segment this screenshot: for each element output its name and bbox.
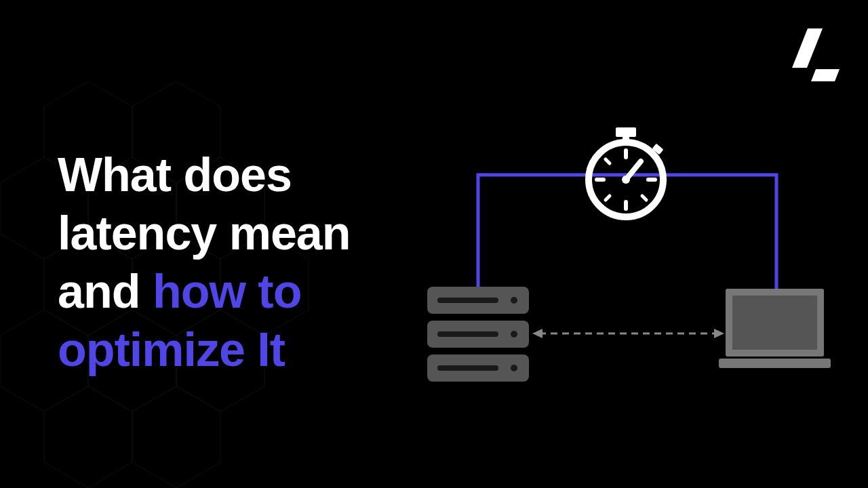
svg-rect-15 bbox=[616, 127, 636, 137]
laptop-icon bbox=[719, 289, 831, 368]
svg-marker-14 bbox=[811, 69, 840, 81]
svg-rect-35 bbox=[437, 365, 498, 371]
svg-point-36 bbox=[511, 365, 517, 371]
svg-marker-41 bbox=[532, 329, 542, 338]
svg-point-30 bbox=[511, 297, 517, 304]
title-line-1: What does bbox=[58, 148, 292, 201]
bidirectional-arrow-icon bbox=[532, 329, 724, 338]
connection-bracket bbox=[478, 175, 776, 291]
title-line-3-white: and bbox=[58, 265, 153, 318]
logo-icon bbox=[785, 28, 840, 81]
svg-point-33 bbox=[511, 331, 517, 338]
title-line-4-accent: optimize It bbox=[58, 323, 285, 376]
page-title: What does latency mean and how to optimi… bbox=[58, 146, 351, 379]
svg-rect-32 bbox=[437, 331, 498, 337]
title-line-2: latency mean bbox=[58, 207, 351, 260]
svg-marker-13 bbox=[792, 28, 823, 68]
svg-rect-38 bbox=[732, 296, 817, 350]
latency-diagram bbox=[420, 122, 841, 393]
svg-rect-39 bbox=[719, 359, 831, 368]
server-icon bbox=[427, 287, 529, 382]
svg-marker-11 bbox=[44, 386, 132, 488]
svg-marker-42 bbox=[714, 329, 724, 338]
svg-line-27 bbox=[606, 196, 610, 200]
svg-marker-12 bbox=[132, 386, 220, 488]
svg-line-20 bbox=[626, 161, 641, 180]
stopwatch-icon bbox=[589, 127, 664, 217]
svg-rect-29 bbox=[437, 298, 498, 303]
title-line-3-accent: how to bbox=[153, 265, 301, 318]
svg-line-25 bbox=[606, 159, 610, 163]
svg-line-26 bbox=[642, 196, 646, 200]
